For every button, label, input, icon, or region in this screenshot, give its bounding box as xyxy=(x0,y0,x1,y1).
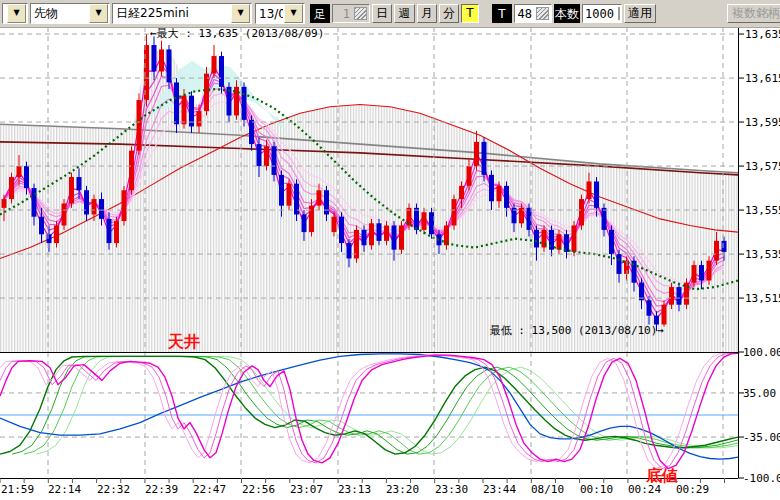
period-day-button[interactable]: 日 xyxy=(372,4,392,23)
oscillator-panel xyxy=(0,353,774,468)
svg-text:100.00: 100.00 xyxy=(743,346,780,359)
bars-count-stepper[interactable]: 1000 xyxy=(582,4,622,23)
svg-text:22:14: 22:14 xyxy=(48,483,81,496)
tick-unit-label: T xyxy=(492,4,512,23)
svg-text:23:07: 23:07 xyxy=(290,483,323,496)
svg-text:00:10: 00:10 xyxy=(580,483,613,496)
min-price-annotation: 最低 : 13,500 (2013/08/10)→ xyxy=(490,324,665,337)
category-value: 先物 xyxy=(31,5,88,22)
svg-text:23:20: 23:20 xyxy=(386,483,419,496)
bottom-annotation: 底値 xyxy=(645,466,678,485)
svg-text:22:47: 22:47 xyxy=(193,483,226,496)
svg-text:13,635: 13,635 xyxy=(745,28,780,41)
apply-button[interactable]: 適用 xyxy=(624,4,656,23)
chart-canvas[interactable]: ←最大 : 13,635 (2013/08/09)最低 : 13,500 (20… xyxy=(0,0,780,500)
svg-text:23:13: 23:13 xyxy=(338,483,371,496)
svg-text:00:29: 00:29 xyxy=(676,483,709,496)
svg-text:22:32: 22:32 xyxy=(97,483,130,496)
chevron-down-icon[interactable]: ▼ xyxy=(231,4,250,23)
price-axis: 13,63513,61513,59513,57513,55513,53513,5… xyxy=(738,28,780,485)
interval-value: 1 xyxy=(333,7,352,21)
period-tick-button[interactable]: T xyxy=(461,4,479,23)
svg-text:13,515: 13,515 xyxy=(745,292,780,305)
time-axis: 21:5922:1422:3222:3922:4722:5623:0723:13… xyxy=(0,478,725,496)
max-price-annotation: ←最大 : 13,635 (2013/08/09) xyxy=(150,27,324,40)
bars-label: 本数 xyxy=(554,4,580,23)
spinner-icon[interactable] xyxy=(536,7,549,20)
ma-hatch-fill xyxy=(0,43,738,352)
tick-count-stepper[interactable]: 48 xyxy=(514,4,552,23)
svg-text:13,615: 13,615 xyxy=(745,72,780,85)
interval-stepper[interactable]: 1 xyxy=(332,4,370,23)
svg-text:08/10: 08/10 xyxy=(531,483,564,496)
svg-text:13,575: 13,575 xyxy=(745,160,780,173)
toolbar: ▼ 先物 ▼ 日経225mini ▼ 13/09 ▼ 足 1 日 週 月 分 T… xyxy=(0,0,780,28)
svg-text:-35.00: -35.00 xyxy=(743,431,780,444)
contract-month-select[interactable]: 13/09 ▼ xyxy=(255,3,305,24)
chevron-down-icon[interactable]: ▼ xyxy=(284,4,303,23)
contract-month-value: 13/09 xyxy=(256,7,283,21)
chevron-down-icon[interactable]: ▼ xyxy=(89,4,108,23)
svg-text:21:59: 21:59 xyxy=(1,483,34,496)
svg-text:13,535: 13,535 xyxy=(745,248,780,261)
mini-combo[interactable]: ▼ xyxy=(2,3,28,24)
svg-text:22:39: 22:39 xyxy=(145,483,178,496)
svg-text:35.00: 35.00 xyxy=(743,387,776,400)
svg-text:23:30: 23:30 xyxy=(435,483,468,496)
svg-text:13,555: 13,555 xyxy=(745,204,780,217)
spinner-icon[interactable] xyxy=(354,7,367,20)
spinner-icon[interactable] xyxy=(618,7,620,20)
bars-count-value: 1000 xyxy=(583,7,616,21)
ashi-label: 足 xyxy=(310,4,330,23)
chart-app-window: { "toolbar": { "mini_combo_value": "", "… xyxy=(0,0,780,500)
category-select[interactable]: 先物 ▼ xyxy=(30,3,110,24)
chevron-down-icon[interactable]: ▼ xyxy=(7,4,26,23)
symbol-value: 日経225mini xyxy=(113,5,230,22)
symbol-select[interactable]: 日経225mini ▼ xyxy=(112,3,252,24)
period-week-button[interactable]: 週 xyxy=(394,4,415,23)
tick-count-value: 48 xyxy=(515,7,534,21)
period-minute-button[interactable]: 分 xyxy=(439,4,459,23)
ceiling-annotation: 天井 xyxy=(167,332,200,351)
rci-magenta-line xyxy=(0,353,726,468)
svg-text:22:56: 22:56 xyxy=(242,483,275,496)
multi-symbol-button[interactable]: 複数銘柄 xyxy=(727,4,780,23)
period-month-button[interactable]: 月 xyxy=(417,4,437,23)
svg-text:-100.00: -100.00 xyxy=(743,472,780,485)
svg-text:13,595: 13,595 xyxy=(745,116,780,129)
svg-text:23:44: 23:44 xyxy=(483,483,516,496)
